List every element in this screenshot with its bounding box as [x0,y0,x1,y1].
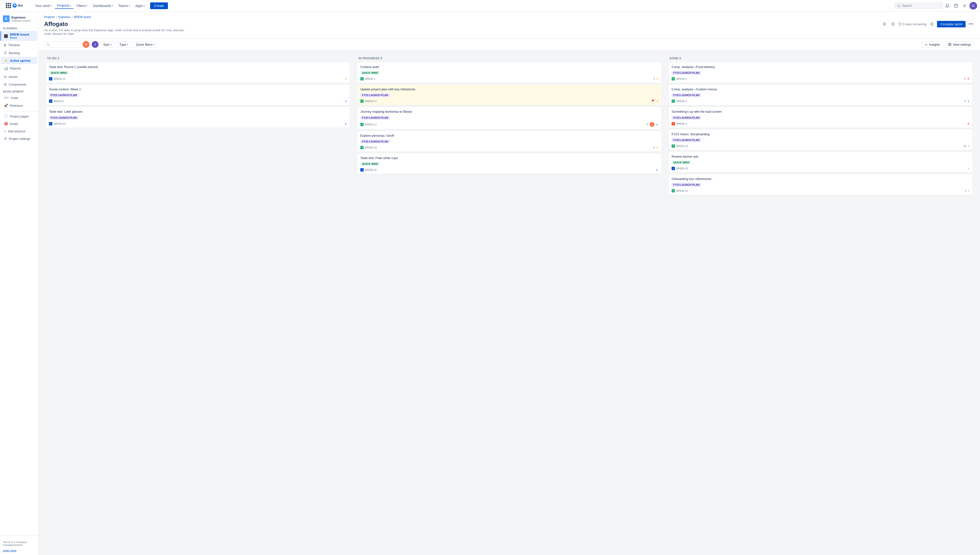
quick-filters-button[interactable]: Quick filters ▾ [133,41,157,48]
board-search-input[interactable] [51,43,78,47]
card[interactable]: Update project plan with key milestonesF… [357,85,661,105]
your-work-nav[interactable]: Your work ▾ [33,3,54,9]
card-footer: ↑BREW-1410≡ [672,144,969,148]
type-filter-button[interactable]: Type ▾ [117,41,131,48]
project-info: E Espresso Software project [0,11,38,25]
issues-icon: ⊕ [4,75,7,79]
sidebar-item-reports[interactable]: 📊 Reports [1,65,37,72]
epic-filter-button[interactable]: Epic ▾ [101,41,114,48]
card[interactable]: Taste test: Round 1 (vanilla extract)QUI… [46,63,350,83]
filters-nav[interactable]: Filters ▾ [74,3,90,9]
card-title: Taste test: Round 1 (vanilla extract) [49,65,347,69]
sidebar-item-active-sprints[interactable]: ⚡ Active sprints [1,57,37,64]
dashboards-nav[interactable]: Dashboards ▾ [90,3,115,9]
card[interactable]: FY23 Vision: StoryboardingFY23 LAUNCH PL… [669,130,972,150]
sidebar-item-label: Components [9,83,26,86]
settings-button[interactable] [961,2,969,10]
sidebar-item-components[interactable]: ⊞ Components [1,81,37,88]
nav-items: Your work ▾ Projects ▾ Filters ▾ Dashboa… [33,3,147,9]
company-info: You're in a company-managed project [0,539,38,548]
share-button[interactable] [928,21,935,27]
card-title: Content audit [360,65,658,69]
card[interactable]: Content auditQUICK WINS↑BREW-14≡ [357,63,661,83]
card-title: Comp. analysis—Food delivery [672,65,969,69]
task-type-icon: ✓ [49,99,52,103]
sidebar-item-timeline[interactable]: ⧗ Timeline [1,41,37,49]
insights-button[interactable]: Insights [921,41,943,48]
card-title: FY23 Vision: Storyboarding [672,132,969,136]
lightning-button[interactable] [881,21,888,27]
card[interactable]: Review banner adsQUICK WINS✓BREW-20≡ [669,152,972,173]
app-logo[interactable]: Jira [3,0,30,11]
search-box[interactable]: Search [895,3,943,9]
breadcrumb-espresso[interactable]: Espresso [58,15,70,19]
card-footer-right: 10≡ [964,144,969,148]
card-title: Something's up with the load screen [672,109,969,114]
story-points: 10 [964,144,966,148]
projects-nav[interactable]: Projects ▾ [55,3,74,9]
card[interactable]: Comp. analysis—Custom menusFY23 LAUNCH P… [669,85,972,105]
sidebar-item-code[interactable]: </> Code [1,94,37,101]
apps-nav[interactable]: Apps ▾ [133,3,147,9]
card-footer: ✓BREW-12≡ [49,77,347,80]
card-footer: ↑BREW-115J∧ [360,122,658,127]
issue-id: BREW-1 [365,77,375,80]
column-cards-todo: Taste test: Round 1 (vanilla extract)QUI… [44,63,352,199]
card-footer: ✓BREW-20≡ [672,167,969,170]
star-button[interactable] [890,21,897,27]
create-button[interactable]: Create [150,2,168,9]
card[interactable]: Taste test: Latte glassesFY23 LAUNCH PLA… [46,107,350,128]
card-tag: QUICK WINS [49,71,69,75]
task-type-icon: ↑ [360,123,363,126]
user-avatar[interactable]: U [969,2,977,10]
avatar-filter-1[interactable]: M [83,41,90,48]
notifications-button[interactable] [943,2,951,10]
more-options-button[interactable]: ••• [967,21,974,27]
sidebar-item-goals[interactable]: 🎯 Goals [1,120,37,127]
card-tag: FY23 LAUNCH PLAN [672,116,701,120]
card-tag: FY23 LAUNCH PLAN [360,140,390,143]
teams-nav[interactable]: Teams ▾ [116,3,132,9]
sidebar-item-project-pages[interactable]: 📄 Project pages [1,113,37,120]
card[interactable]: Explore personas: GeoffFY23 LAUNCH PLAN↑… [357,131,661,152]
card[interactable]: Onboarding tour refinementsFY23 LAUNCH P… [669,175,972,195]
share-icon [930,22,934,26]
settings-icon: ⚙ [4,137,7,141]
breadcrumb-brew-board[interactable]: BREW board [74,15,91,19]
breadcrumb-projects[interactable]: Projects [44,15,54,19]
card[interactable]: Social content: Week 1FY23 LAUNCH PLAN✓B… [46,85,350,105]
svg-rect-19 [948,45,949,46]
sidebar-item-label: Reports [10,67,21,70]
avatar-filter-2[interactable]: J [92,41,98,48]
sidebar-item-project-settings[interactable]: ⚙ Project settings [1,135,37,142]
toolbar-right: Insights View settings [921,41,974,48]
priority-icon: ∨ [656,168,658,172]
card[interactable]: Something's up with the load screenFY23 … [669,107,972,128]
board-search-box[interactable] [44,41,80,48]
sidebar-item-brew-board[interactable]: ⬛ BREW board Board [0,31,37,41]
project-icon: E [3,15,10,22]
svg-marker-5 [883,22,886,26]
reports-icon: 📊 [4,66,8,70]
brew-board-sublabel: Board [10,36,29,39]
view-settings-button[interactable]: View settings [945,41,974,48]
top-navigation: Jira Your work ▾ Projects ▾ Filters ▾ Da… [0,0,980,11]
chevron-down-icon: ▾ [51,4,52,7]
sidebar-item-releases[interactable]: 🚀 Releases [1,102,37,109]
issue-id: BREW-23 [54,122,66,125]
learn-more-link[interactable]: Learn more [3,549,16,552]
card-tag: FY23 LAUNCH PLAN [49,116,78,120]
card[interactable]: Journey mapping workshop w/ BeanzFY23 LA… [357,107,661,129]
releases-icon: 🚀 [4,104,8,107]
help-button[interactable] [952,2,960,10]
card-tag: FY23 LAUNCH PLAN [49,93,78,97]
sidebar-item-issues[interactable]: ⊕ Issues [1,73,37,80]
sidebar-item-add-shortcut[interactable]: + Add shortcut [1,128,37,135]
card[interactable]: Taste test: Flate white cupsQUICK WINS✓B… [357,154,661,174]
priority-icon: ≡ [968,189,969,192]
svg-marker-6 [891,22,895,26]
complete-sprint-button[interactable]: Complete sprint [937,21,966,27]
card[interactable]: Comp. analysis—Food deliveryFY23 LAUNCH … [669,63,972,83]
sidebar-item-backlog[interactable]: ☰ Backlog [1,49,37,56]
sidebar-item-label: Issues [9,75,18,79]
